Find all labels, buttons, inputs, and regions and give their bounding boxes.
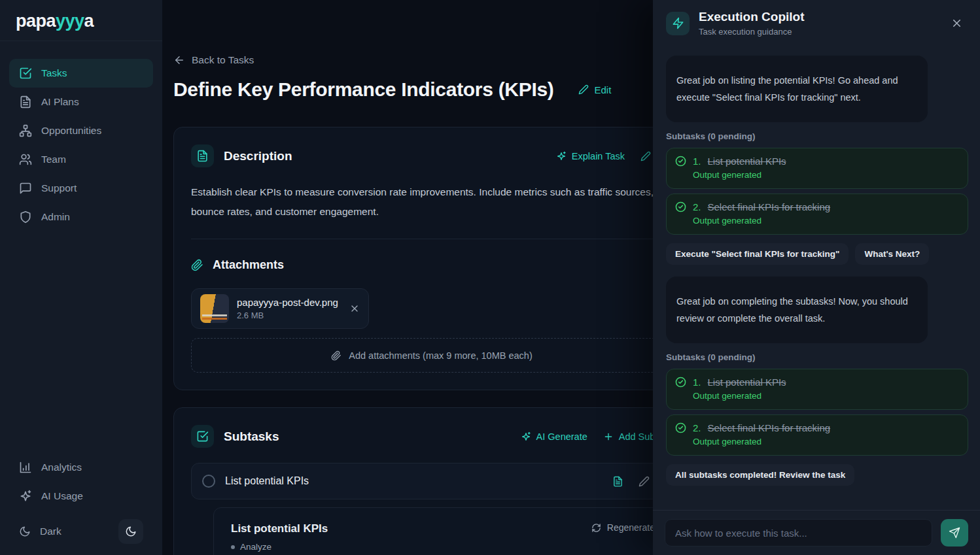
execute-subtask-button[interactable]: Execute "Select final KPIs for tracking" xyxy=(666,243,849,265)
sidebar-item-label: Admin xyxy=(41,211,70,223)
send-icon xyxy=(949,527,960,539)
subtask-output-button[interactable] xyxy=(612,476,623,487)
review-task-button[interactable]: All subtasks completed! Review the task xyxy=(666,464,854,486)
copilot-subtask-card: 2. Select final KPIs for tracking Output… xyxy=(666,414,968,456)
sidebar-item-admin[interactable]: Admin xyxy=(9,203,153,231)
file-text-icon xyxy=(19,95,32,109)
check-circle-icon xyxy=(675,156,686,167)
subtask-number: 1. xyxy=(693,377,701,388)
subtask-detail-card: List potential KPIs Analyze Regenerate T… xyxy=(213,507,673,555)
subtask-row[interactable]: List potential KPIs xyxy=(191,463,673,499)
close-icon xyxy=(349,303,360,314)
copilot-subtask-row: 2. Select final KPIs for tracking xyxy=(675,422,959,433)
subtask-detail-header: List potential KPIs Analyze Regenerate xyxy=(231,522,655,552)
file-text-icon xyxy=(612,476,623,487)
subtask-detail-tag-label: Analyze xyxy=(240,542,271,552)
subtask-title: List potential KPIs xyxy=(708,156,786,167)
regenerate-label: Regenerate xyxy=(607,522,655,533)
subtask-number: 2. xyxy=(693,201,701,212)
sparkles-icon xyxy=(556,151,567,161)
check-square-icon xyxy=(196,430,209,443)
sidebar-item-team[interactable]: Team xyxy=(9,145,153,174)
copilot-subtask-row: 1. List potential KPIs xyxy=(675,156,959,167)
attachments-title: Attachments xyxy=(213,258,284,272)
sidebar-item-ai-plans[interactable]: AI Plans xyxy=(9,88,153,116)
edit-task-button[interactable]: Edit xyxy=(578,84,612,95)
subtask-title: Select final KPIs for tracking xyxy=(708,201,831,212)
subtasks-header: Subtasks AI Generate Add Subtask xyxy=(191,425,673,448)
ai-generate-button[interactable]: AI Generate xyxy=(521,431,587,442)
pencil-icon xyxy=(578,84,589,95)
sidebar-item-label: AI Plans xyxy=(41,96,79,108)
description-line-1: Establish clear KPIs to measure conversi… xyxy=(191,182,673,202)
whats-next-button[interactable]: What's Next? xyxy=(855,243,929,265)
theme-toggle-button[interactable] xyxy=(118,519,143,544)
sidebar-item-label: Team xyxy=(41,154,66,165)
sidebar-item-ai-usage[interactable]: AI Usage xyxy=(9,482,153,511)
pencil-icon xyxy=(640,151,651,161)
attachment-filename: papayyya-post-dev.png xyxy=(237,297,336,308)
subtask-title: List potential KPIs xyxy=(225,475,309,487)
subtask-checkbox[interactable] xyxy=(202,475,215,488)
back-link-label: Back to Tasks xyxy=(192,54,254,66)
edit-label: Edit xyxy=(595,84,612,95)
sidebar-item-support[interactable]: Support xyxy=(9,174,153,203)
arrow-left-icon xyxy=(173,54,185,66)
attachments-header: Attachments xyxy=(191,258,673,272)
sidebar-spacer xyxy=(0,231,162,453)
remove-attachment-button[interactable] xyxy=(349,303,360,314)
explain-task-button[interactable]: Explain Task xyxy=(556,151,625,161)
sidebar-item-tasks[interactable]: Tasks xyxy=(9,59,153,88)
send-button[interactable] xyxy=(941,519,968,547)
copilot-actions-row: Execute "Select final KPIs for tracking"… xyxy=(666,243,968,265)
sidebar-item-analytics[interactable]: Analytics xyxy=(9,453,153,482)
subtask-status: Output generated xyxy=(693,170,959,180)
sidebar-item-label: Analytics xyxy=(41,462,82,473)
brand-logo: papayyya xyxy=(0,0,162,41)
copilot-icon-box xyxy=(666,12,690,35)
subtasks-pending-label: Subtasks (0 pending) xyxy=(666,131,968,141)
subtask-status: Output generated xyxy=(693,437,959,446)
copilot-message: Great job on completing the subtasks! No… xyxy=(666,277,928,343)
sidebar-item-opportunities[interactable]: Opportunities xyxy=(9,116,153,145)
close-copilot-button[interactable] xyxy=(951,17,963,29)
check-circle-icon xyxy=(675,201,686,212)
check-square-icon xyxy=(19,67,32,80)
regenerate-button[interactable]: Regenerate xyxy=(591,522,655,533)
subtask-row-actions xyxy=(612,476,650,487)
back-to-tasks-link[interactable]: Back to Tasks xyxy=(173,54,254,66)
copilot-header: Execution Copilot Task execution guidanc… xyxy=(653,0,980,45)
subtasks-pending-label: Subtasks (0 pending) xyxy=(666,352,968,362)
close-icon xyxy=(951,17,963,29)
subtask-edit-button[interactable] xyxy=(639,476,650,487)
description-icon-box xyxy=(191,144,214,167)
subtask-title: List potential KPIs xyxy=(708,377,786,388)
refresh-icon xyxy=(591,523,601,533)
theme-row: Dark xyxy=(9,517,153,546)
sidebar-item-label: Tasks xyxy=(41,67,67,79)
copilot-input[interactable] xyxy=(665,519,932,547)
moon-icon xyxy=(125,526,137,537)
copilot-titles: Execution Copilot Task execution guidanc… xyxy=(699,10,805,37)
add-attachments-dropzone[interactable]: Add attachments (max 9 more, 10MB each) xyxy=(191,338,673,373)
bar-chart-icon xyxy=(19,461,32,474)
description-header: Description Explain Task Edit xyxy=(191,144,673,167)
sidebar: papayyya Tasks AI Plans Opportunities Te… xyxy=(0,0,162,555)
attachment-item[interactable]: papayyya-post-dev.png 2.6 MB xyxy=(191,288,369,329)
subtask-status: Output generated xyxy=(693,391,959,401)
paperclip-icon xyxy=(191,259,203,271)
explain-task-label: Explain Task xyxy=(572,151,625,161)
subtask-detail-titles: List potential KPIs Analyze xyxy=(231,522,328,552)
tag-dot xyxy=(231,545,235,549)
sidebar-item-label: Opportunities xyxy=(41,125,101,137)
paperclip-icon xyxy=(331,350,341,361)
attachment-filesize: 2.6 MB xyxy=(237,311,336,320)
copilot-footer xyxy=(653,510,980,555)
subtask-number: 1. xyxy=(693,156,701,167)
message-square-icon xyxy=(19,182,32,195)
copilot-message: Great job on listing the potential KPIs!… xyxy=(666,56,928,122)
pencil-icon xyxy=(639,476,650,487)
subtasks-actions: AI Generate Add Subtask xyxy=(521,431,673,442)
org-chart-icon xyxy=(19,124,32,137)
add-attachments-label: Add attachments (max 9 more, 10MB each) xyxy=(349,350,532,361)
